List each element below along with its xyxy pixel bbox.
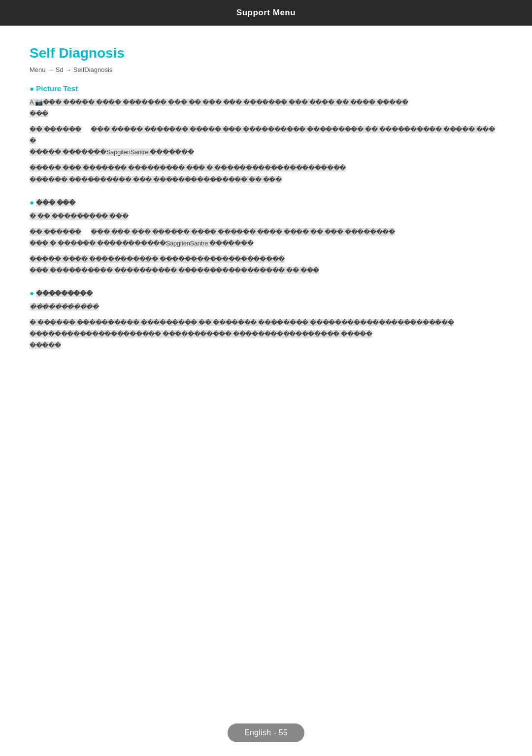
section-picture-test-body: A 📷��� ����� ���� ������� ��� �� ��� ���…: [30, 97, 502, 185]
section-picture-test: ● Picture Test A 📷��� ����� ���� �������…: [30, 84, 502, 185]
breadcrumb-text: Menu → Sd → SelfDiagnosis: [30, 66, 112, 73]
page-title: Self Diagnosis: [30, 45, 502, 61]
section-signal-info: ● ��������� ����������� � ������ �������…: [30, 289, 502, 351]
footer-badge: English - 55: [228, 723, 304, 742]
sound-para-2: �� ������ ��� ��� ��� ������ ���� ������…: [30, 226, 502, 249]
sound-para-3: ����� ���� ����������� �����������������…: [30, 253, 502, 276]
section-sound-test-body: � �� ��������� ��� �� ������ ��� ��� ���…: [30, 210, 502, 276]
signal-sub-title: �����������: [30, 301, 502, 312]
signal-para-1: � ������ ���������� ��������� �� �������…: [30, 317, 502, 351]
section-sound-test: ● ��� ��� � �� ��������� ��� �� ������ �…: [30, 198, 502, 276]
breadcrumb: Menu → Sd → SelfDiagnosis: [30, 66, 502, 73]
footer-label: English - 55: [244, 728, 288, 737]
picture-para-3: ����� ��� ������� ��������� ��� � ������…: [30, 162, 502, 185]
section-sound-test-title: ● ��� ���: [30, 198, 502, 206]
section-signal-title: ● ���������: [30, 289, 502, 297]
header-title: Support Menu: [236, 8, 296, 17]
section-picture-test-title: ● Picture Test: [30, 84, 502, 93]
header-bar: Support Menu: [0, 0, 532, 26]
section-list: ● Picture Test A 📷��� ����� ���� �������…: [30, 84, 502, 351]
section-signal-body: ����������� � ������ ���������� ��������…: [30, 301, 502, 351]
picture-para-1: A 📷��� ����� ���� ������� ��� �� ��� ���…: [30, 97, 502, 119]
sound-para-1: � �� ��������� ���: [30, 210, 502, 222]
picture-para-2: �� ������ ��� ����� ������� ����� ��� ��…: [30, 124, 502, 158]
